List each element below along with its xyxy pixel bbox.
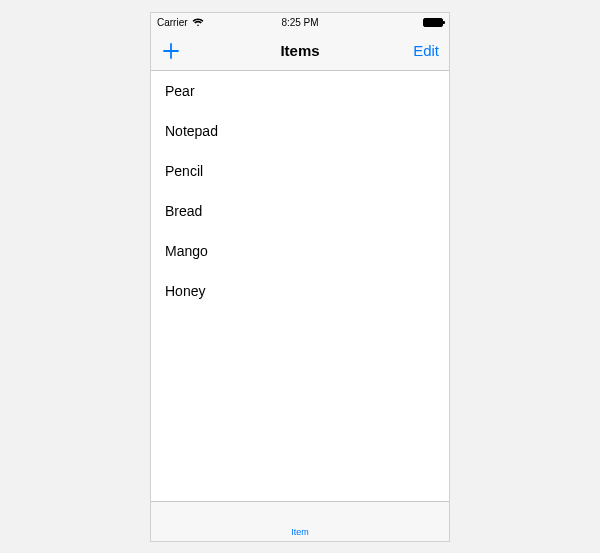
list-item[interactable]: Pear xyxy=(151,71,449,111)
status-bar: Carrier 8:25 PM xyxy=(151,13,449,31)
tab-item[interactable]: Item xyxy=(291,527,309,537)
status-left: Carrier xyxy=(157,17,204,28)
list-item[interactable]: Bread xyxy=(151,191,449,231)
status-right xyxy=(423,18,443,27)
navigation-bar: Items Edit xyxy=(151,31,449,71)
edit-button[interactable]: Edit xyxy=(413,42,439,59)
plus-icon xyxy=(161,41,181,61)
list-item[interactable]: Honey xyxy=(151,271,449,311)
items-list[interactable]: Pear Notepad Pencil Bread Mango Honey xyxy=(151,71,449,501)
list-item[interactable]: Mango xyxy=(151,231,449,271)
page-title: Items xyxy=(280,42,319,59)
device-frame: Carrier 8:25 PM Items Ed xyxy=(150,12,450,542)
add-button[interactable] xyxy=(161,41,181,61)
carrier-label: Carrier xyxy=(157,17,188,28)
list-item[interactable]: Notepad xyxy=(151,111,449,151)
status-time: 8:25 PM xyxy=(281,17,318,28)
battery-icon xyxy=(423,18,443,27)
wifi-icon xyxy=(192,18,204,27)
tab-bar: Item xyxy=(151,501,449,541)
list-item[interactable]: Pencil xyxy=(151,151,449,191)
